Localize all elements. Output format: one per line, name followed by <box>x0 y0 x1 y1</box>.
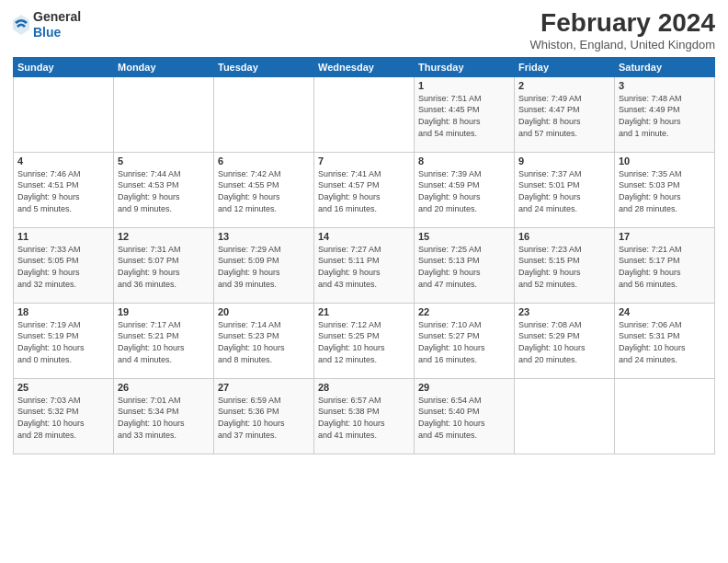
col-thursday: Thursday <box>415 57 515 76</box>
cell-week2-day4: 8Sunrise: 7:39 AM Sunset: 4:59 PM Daylig… <box>415 152 515 227</box>
week-row-2: 4Sunrise: 7:46 AM Sunset: 4:51 PM Daylig… <box>14 152 715 227</box>
day-info: Sunrise: 7:08 AM Sunset: 5:29 PM Dayligh… <box>518 319 610 365</box>
day-number: 27 <box>218 382 310 393</box>
day-info: Sunrise: 7:37 AM Sunset: 5:01 PM Dayligh… <box>518 168 610 214</box>
cell-week4-day5: 23Sunrise: 7:08 AM Sunset: 5:29 PM Dayli… <box>515 303 615 378</box>
col-sunday: Sunday <box>14 57 114 76</box>
day-info: Sunrise: 7:49 AM Sunset: 4:47 PM Dayligh… <box>518 93 610 139</box>
cell-week4-day2: 20Sunrise: 7:14 AM Sunset: 5:23 PM Dayli… <box>214 303 314 378</box>
week-row-4: 18Sunrise: 7:19 AM Sunset: 5:19 PM Dayli… <box>14 303 715 378</box>
day-info: Sunrise: 7:06 AM Sunset: 5:31 PM Dayligh… <box>619 319 711 365</box>
page: General Blue February 2024 Whiston, Engl… <box>0 0 728 563</box>
cell-week2-day6: 10Sunrise: 7:35 AM Sunset: 5:03 PM Dayli… <box>615 152 715 227</box>
col-friday: Friday <box>515 57 615 76</box>
day-info: Sunrise: 7:23 AM Sunset: 5:15 PM Dayligh… <box>518 244 610 290</box>
day-number: 12 <box>118 231 210 242</box>
calendar-subtitle: Whiston, England, United Kingdom <box>529 38 715 52</box>
cell-week5-day6 <box>615 378 715 454</box>
day-number: 13 <box>218 231 310 242</box>
cell-week1-day6: 3Sunrise: 7:48 AM Sunset: 4:49 PM Daylig… <box>615 76 715 152</box>
day-number: 4 <box>17 155 109 167</box>
day-info: Sunrise: 7:01 AM Sunset: 5:34 PM Dayligh… <box>118 395 210 441</box>
cell-week3-day0: 11Sunrise: 7:33 AM Sunset: 5:05 PM Dayli… <box>14 227 114 303</box>
header: General Blue February 2024 Whiston, Engl… <box>13 9 715 52</box>
day-number: 17 <box>619 231 711 242</box>
cell-week1-day4: 1Sunrise: 7:51 AM Sunset: 4:45 PM Daylig… <box>415 76 515 152</box>
day-number: 9 <box>518 155 610 167</box>
cell-week5-day3: 28Sunrise: 6:57 AM Sunset: 5:38 PM Dayli… <box>314 378 415 454</box>
day-number: 18 <box>17 306 109 317</box>
logo-icon <box>13 15 29 35</box>
day-number: 24 <box>619 306 711 317</box>
cell-week3-day5: 16Sunrise: 7:23 AM Sunset: 5:15 PM Dayli… <box>515 227 615 303</box>
day-number: 29 <box>418 382 510 393</box>
day-info: Sunrise: 7:25 AM Sunset: 5:13 PM Dayligh… <box>418 244 510 290</box>
cell-week2-day3: 7Sunrise: 7:41 AM Sunset: 4:57 PM Daylig… <box>314 152 415 227</box>
day-number: 21 <box>318 306 410 317</box>
cell-week2-day1: 5Sunrise: 7:44 AM Sunset: 4:53 PM Daylig… <box>114 152 214 227</box>
day-number: 11 <box>17 231 109 242</box>
day-info: Sunrise: 7:14 AM Sunset: 5:23 PM Dayligh… <box>218 319 310 365</box>
day-info: Sunrise: 7:44 AM Sunset: 4:53 PM Dayligh… <box>118 168 210 214</box>
day-number: 6 <box>218 155 310 167</box>
cell-week2-day5: 9Sunrise: 7:37 AM Sunset: 5:01 PM Daylig… <box>515 152 615 227</box>
cell-week3-day4: 15Sunrise: 7:25 AM Sunset: 5:13 PM Dayli… <box>415 227 515 303</box>
day-info: Sunrise: 7:12 AM Sunset: 5:25 PM Dayligh… <box>318 319 410 365</box>
week-row-1: 1Sunrise: 7:51 AM Sunset: 4:45 PM Daylig… <box>14 76 715 152</box>
day-info: Sunrise: 7:10 AM Sunset: 5:27 PM Dayligh… <box>418 319 510 365</box>
day-info: Sunrise: 7:29 AM Sunset: 5:09 PM Dayligh… <box>218 244 310 290</box>
day-info: Sunrise: 7:27 AM Sunset: 5:11 PM Dayligh… <box>318 244 410 290</box>
cell-week3-day6: 17Sunrise: 7:21 AM Sunset: 5:17 PM Dayli… <box>615 227 715 303</box>
calendar-header-row: Sunday Monday Tuesday Wednesday Thursday… <box>14 57 715 76</box>
day-info: Sunrise: 7:42 AM Sunset: 4:55 PM Dayligh… <box>218 168 310 214</box>
day-info: Sunrise: 6:59 AM Sunset: 5:36 PM Dayligh… <box>218 395 310 441</box>
day-info: Sunrise: 7:48 AM Sunset: 4:49 PM Dayligh… <box>619 93 711 139</box>
day-info: Sunrise: 7:51 AM Sunset: 4:45 PM Dayligh… <box>418 93 510 139</box>
cell-week5-day1: 26Sunrise: 7:01 AM Sunset: 5:34 PM Dayli… <box>114 378 214 454</box>
day-number: 15 <box>418 231 510 242</box>
cell-week4-day6: 24Sunrise: 7:06 AM Sunset: 5:31 PM Dayli… <box>615 303 715 378</box>
week-row-3: 11Sunrise: 7:33 AM Sunset: 5:05 PM Dayli… <box>14 227 715 303</box>
day-info: Sunrise: 6:57 AM Sunset: 5:38 PM Dayligh… <box>318 395 410 441</box>
day-info: Sunrise: 6:54 AM Sunset: 5:40 PM Dayligh… <box>418 395 510 441</box>
cell-week3-day3: 14Sunrise: 7:27 AM Sunset: 5:11 PM Dayli… <box>314 227 415 303</box>
cell-week4-day0: 18Sunrise: 7:19 AM Sunset: 5:19 PM Dayli… <box>14 303 114 378</box>
cell-week5-day0: 25Sunrise: 7:03 AM Sunset: 5:32 PM Dayli… <box>14 378 114 454</box>
cell-week1-day1 <box>114 76 214 152</box>
day-number: 1 <box>418 80 510 91</box>
cell-week4-day4: 22Sunrise: 7:10 AM Sunset: 5:27 PM Dayli… <box>415 303 515 378</box>
cell-week2-day0: 4Sunrise: 7:46 AM Sunset: 4:51 PM Daylig… <box>14 152 114 227</box>
day-info: Sunrise: 7:31 AM Sunset: 5:07 PM Dayligh… <box>118 244 210 290</box>
day-info: Sunrise: 7:41 AM Sunset: 4:57 PM Dayligh… <box>318 168 410 214</box>
cell-week5-day5 <box>515 378 615 454</box>
day-number: 26 <box>118 382 210 393</box>
day-info: Sunrise: 7:21 AM Sunset: 5:17 PM Dayligh… <box>619 244 711 290</box>
day-number: 5 <box>118 155 210 167</box>
col-saturday: Saturday <box>615 57 715 76</box>
day-number: 22 <box>418 306 510 317</box>
logo: General Blue <box>13 9 81 40</box>
logo-blue: Blue <box>33 25 81 40</box>
calendar-title: February 2024 <box>529 9 715 38</box>
col-monday: Monday <box>114 57 214 76</box>
week-row-5: 25Sunrise: 7:03 AM Sunset: 5:32 PM Dayli… <box>14 378 715 454</box>
day-number: 10 <box>619 155 711 167</box>
day-number: 16 <box>518 231 610 242</box>
logo-text: General Blue <box>33 9 81 40</box>
cell-week5-day4: 29Sunrise: 6:54 AM Sunset: 5:40 PM Dayli… <box>415 378 515 454</box>
day-number: 7 <box>318 155 410 167</box>
calendar-table: Sunday Monday Tuesday Wednesday Thursday… <box>13 57 715 454</box>
cell-week4-day1: 19Sunrise: 7:17 AM Sunset: 5:21 PM Dayli… <box>114 303 214 378</box>
cell-week4-day3: 21Sunrise: 7:12 AM Sunset: 5:25 PM Dayli… <box>314 303 415 378</box>
cell-week5-day2: 27Sunrise: 6:59 AM Sunset: 5:36 PM Dayli… <box>214 378 314 454</box>
col-tuesday: Tuesday <box>214 57 314 76</box>
day-number: 2 <box>518 80 610 91</box>
day-number: 28 <box>318 382 410 393</box>
cell-week3-day2: 13Sunrise: 7:29 AM Sunset: 5:09 PM Dayli… <box>214 227 314 303</box>
day-info: Sunrise: 7:35 AM Sunset: 5:03 PM Dayligh… <box>619 168 711 214</box>
title-block: February 2024 Whiston, England, United K… <box>529 9 715 52</box>
cell-week3-day1: 12Sunrise: 7:31 AM Sunset: 5:07 PM Dayli… <box>114 227 214 303</box>
cell-week2-day2: 6Sunrise: 7:42 AM Sunset: 4:55 PM Daylig… <box>214 152 314 227</box>
cell-week1-day2 <box>214 76 314 152</box>
day-number: 20 <box>218 306 310 317</box>
